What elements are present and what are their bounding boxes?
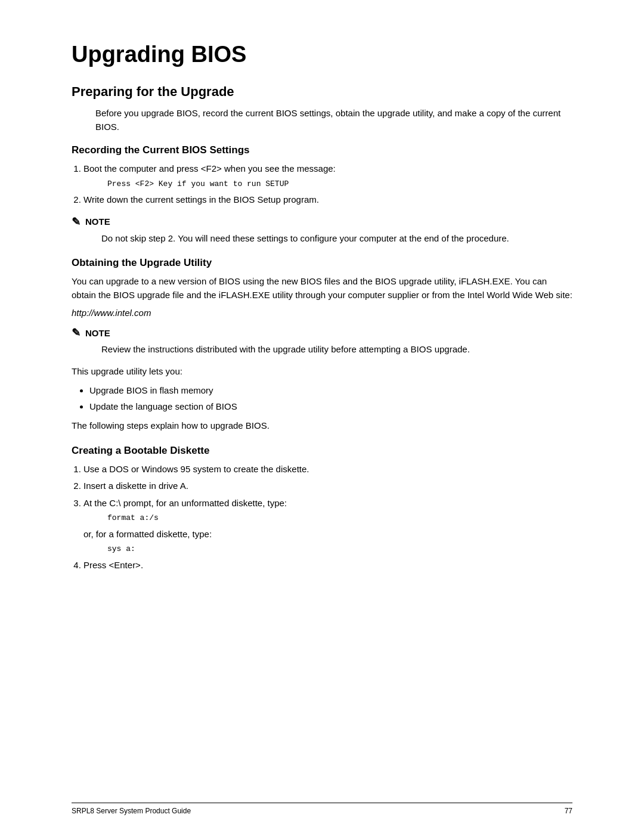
steps-intro: The following steps explain how to upgra…	[72, 419, 572, 433]
recording-note-label: NOTE	[85, 216, 110, 227]
creating-step-2: Insert a diskette in drive A.	[83, 479, 572, 493]
creating-code-2: sys a:	[107, 543, 572, 555]
note-icon-2: ✎	[72, 326, 80, 339]
recording-note-header: ✎ NOTE	[72, 215, 572, 228]
recording-note-body: Do not skip step 2. You will need these …	[101, 232, 572, 246]
obtaining-body: You can upgrade to a new version of BIOS…	[72, 275, 572, 302]
page-title: Upgrading BIOS	[72, 42, 572, 67]
obtaining-heading: Obtaining the Upgrade Utility	[72, 257, 572, 269]
note-icon: ✎	[72, 215, 80, 228]
obtaining-note: ✎ NOTE Review the instructions distribut…	[72, 326, 572, 357]
recording-code-1: Press <F2> Key if you want to run SETUP	[107, 178, 572, 190]
obtaining-section: Obtaining the Upgrade Utility You can up…	[72, 257, 572, 433]
utility-intro: This upgrade utility lets you:	[72, 365, 572, 379]
creating-step-4: Press <Enter>.	[83, 559, 572, 572]
footer-right: 77	[565, 807, 572, 815]
preparing-heading: Preparing for the Upgrade	[72, 84, 572, 100]
recording-heading: Recording the Current BIOS Settings	[72, 144, 572, 156]
obtaining-note-body: Review the instructions distributed with…	[101, 343, 572, 357]
recording-step-1: Boot the computer and press <F2> when yo…	[83, 162, 572, 190]
utility-bullets: Upgrade BIOS in flash memory Update the …	[89, 384, 572, 413]
page-container: Upgrading BIOS Preparing for the Upgrade…	[0, 0, 644, 833]
creating-step-3: At the C:\ prompt, for an unformatted di…	[83, 497, 572, 555]
preparing-section: Preparing for the Upgrade Before you upg…	[72, 84, 572, 572]
creating-steps: Use a DOS or Windows 95 system to create…	[83, 463, 572, 572]
bullet-item-2: Update the language section of BIOS	[89, 400, 572, 414]
creating-step-1: Use a DOS or Windows 95 system to create…	[83, 463, 572, 476]
recording-step-2: Write down the current settings in the B…	[83, 193, 572, 207]
obtaining-note-header: ✎ NOTE	[72, 326, 572, 339]
recording-steps: Boot the computer and press <F2> when yo…	[83, 162, 572, 207]
obtaining-url: http://www.intel.com	[72, 308, 572, 318]
footer-left: SRPL8 Server System Product Guide	[72, 807, 191, 815]
bullet-item-1: Upgrade BIOS in flash memory	[89, 384, 572, 398]
preparing-intro: Before you upgrade BIOS, record the curr…	[95, 107, 572, 134]
creating-code-1: format a:/s	[107, 512, 572, 524]
creating-step-3b: or, for a formatted diskette, type:	[83, 529, 212, 539]
creating-section: Creating a Bootable Diskette Use a DOS o…	[72, 445, 572, 572]
obtaining-note-label: NOTE	[85, 328, 110, 338]
page-footer: SRPL8 Server System Product Guide 77	[72, 803, 572, 815]
creating-heading: Creating a Bootable Diskette	[72, 445, 572, 457]
recording-section: Recording the Current BIOS Settings Boot…	[72, 144, 572, 245]
recording-note: ✎ NOTE Do not skip step 2. You will need…	[72, 215, 572, 246]
